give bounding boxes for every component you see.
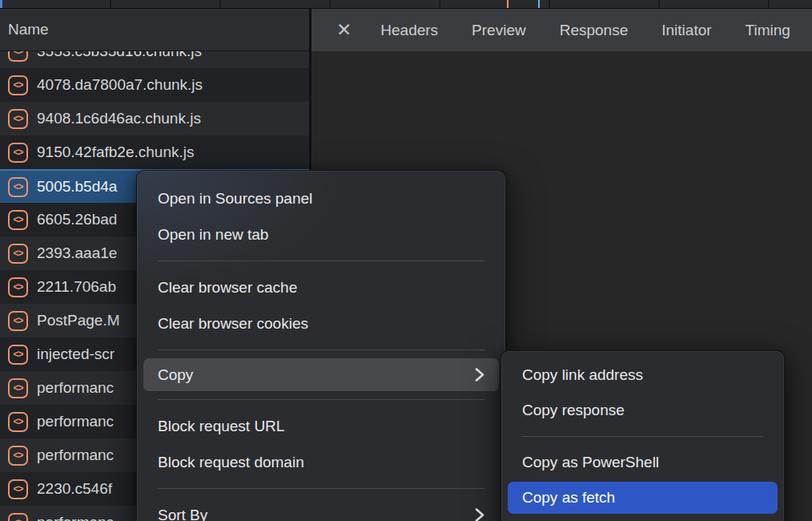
request-name: performanc <box>37 514 114 521</box>
request-name: 5005.b5d4a <box>37 178 117 196</box>
script-file-icon: <> <box>8 51 28 62</box>
menu-item-sort-by[interactable]: Sort By <box>137 497 505 521</box>
timeline-gridline <box>110 0 111 8</box>
context-menu: Open in Sources panelOpen in new tabClea… <box>136 170 506 521</box>
menu-item-block-request-url[interactable]: Block request URL <box>137 408 505 444</box>
menu-separator <box>158 349 484 350</box>
script-file-icon: <> <box>8 210 28 230</box>
name-column-label: Name <box>8 21 49 38</box>
script-file-icon: <> <box>8 277 28 297</box>
menu-item-open-in-new-tab[interactable]: Open in new tab <box>137 216 505 252</box>
menu-separator <box>158 399 484 400</box>
script-file-icon: <> <box>8 446 28 466</box>
menu-item-block-request-domain[interactable]: Block request domain <box>137 444 505 480</box>
script-file-icon: <> <box>8 75 28 95</box>
request-row[interactable]: <>4078.da7800a7.chunk.js <box>0 68 309 102</box>
menu-item-label: Clear browser cache <box>158 279 297 297</box>
request-name: 2230.c546f <box>37 480 112 498</box>
request-name: 3553.c5b35d16.chunk.js <box>37 51 202 60</box>
request-row[interactable]: <>3553.c5b35d16.chunk.js <box>0 51 309 68</box>
dom-content-loaded-marker <box>507 0 509 8</box>
menu-item-label: Open in Sources panel <box>158 190 312 208</box>
script-file-icon: <> <box>8 109 28 129</box>
tab-preview[interactable]: Preview <box>455 22 543 38</box>
timeline-gridline <box>329 0 331 8</box>
network-overview-strip[interactable] <box>0 0 812 9</box>
request-name: 4078.da7800a7.chunk.js <box>37 76 203 94</box>
menu-item-copy-link-address[interactable]: Copy link address <box>501 357 784 393</box>
menu-item-label: Sort By <box>158 507 207 521</box>
script-file-icon: <> <box>8 311 28 331</box>
script-file-icon: <> <box>8 513 28 521</box>
menu-item-copy[interactable]: Copy <box>143 358 499 391</box>
script-file-icon: <> <box>8 479 28 499</box>
tab-initiator[interactable]: Initiator <box>645 22 728 38</box>
script-file-icon: <> <box>8 177 28 197</box>
script-file-icon: <> <box>8 412 28 432</box>
script-file-icon: <> <box>8 143 28 163</box>
timeline-gridline <box>439 0 440 8</box>
menu-item-clear-browser-cache[interactable]: Clear browser cache <box>137 269 505 305</box>
menu-separator <box>158 488 484 489</box>
timeline-gridline <box>658 0 660 8</box>
menu-item-label: Copy response <box>522 402 625 419</box>
copy-submenu: Copy link addressCopy responseCopy as Po… <box>500 350 785 521</box>
menu-separator <box>158 260 484 261</box>
menu-item-copy-as-powershell[interactable]: Copy as PowerShell <box>501 445 784 480</box>
load-event-marker <box>538 0 540 8</box>
script-file-icon: <> <box>8 244 28 264</box>
selection-start-bar <box>0 0 2 8</box>
menu-item-clear-browser-cookies[interactable]: Clear browser cookies <box>137 305 505 341</box>
request-row[interactable]: <>9150.42fafb2e.chunk.js <box>0 135 309 169</box>
menu-item-copy-response[interactable]: Copy response <box>501 393 784 428</box>
timeline-gridline <box>549 0 550 8</box>
menu-item-open-in-sources-panel[interactable]: Open in Sources panel <box>137 180 505 216</box>
request-name: 9150.42fafb2e.chunk.js <box>37 143 195 161</box>
menu-item-label: Copy as PowerShell <box>522 454 659 471</box>
request-name: PostPage.M <box>37 312 120 329</box>
tab-timing[interactable]: Timing <box>729 22 807 38</box>
request-name: 9408.1c6d46ac.chunk.js <box>37 110 201 127</box>
name-column-header[interactable]: Name <box>0 9 309 51</box>
script-file-icon: <> <box>8 378 28 398</box>
close-icon[interactable]: ✕ <box>324 19 364 41</box>
devtools-network-panel: Name <>3553.c5b35d16.chunk.js<>4078.da78… <box>0 0 812 521</box>
timeline-gridline <box>219 0 221 8</box>
request-name: 2211.706ab <box>37 278 116 296</box>
tab-response[interactable]: Response <box>543 22 645 38</box>
request-name: 6605.26bad <box>37 211 117 228</box>
menu-item-copy-as-fetch[interactable]: Copy as fetch <box>508 482 778 514</box>
menu-item-label: Clear browser cookies <box>158 315 308 333</box>
menu-item-label: Copy <box>158 366 193 384</box>
menu-item-label: Block request domain <box>158 454 304 471</box>
menu-item-label: Open in new tab <box>158 226 268 244</box>
request-name: performanc <box>37 413 114 430</box>
request-row[interactable]: <>9408.1c6d46ac.chunk.js <box>0 102 309 135</box>
menu-item-label: Block request URL <box>158 418 284 435</box>
request-name: injected-scr <box>37 345 115 363</box>
detail-tab-bar: ✕ HeadersPreviewResponseInitiatorTiming <box>312 9 812 51</box>
script-file-icon: <> <box>8 345 28 365</box>
menu-item-label: Copy link address <box>522 366 643 384</box>
request-name: performanc <box>37 446 114 464</box>
request-name: 2393.aaa1e <box>37 244 117 262</box>
chevron-right-icon <box>475 367 484 382</box>
request-name: performanc <box>37 379 114 397</box>
tab-headers[interactable]: Headers <box>364 22 455 38</box>
menu-item-label: Copy as fetch <box>522 489 615 507</box>
chevron-right-icon <box>475 507 484 521</box>
timeline-gridline <box>768 0 770 8</box>
menu-separator <box>522 436 763 437</box>
